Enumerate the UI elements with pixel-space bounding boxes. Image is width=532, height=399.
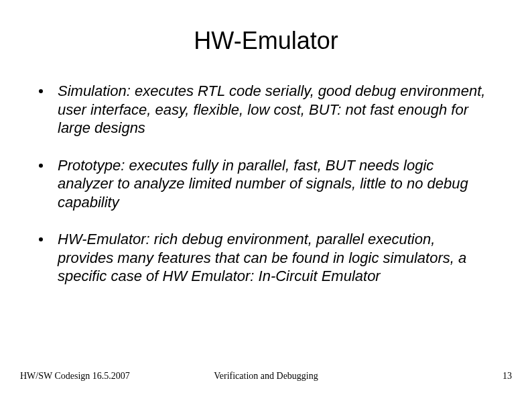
bullet-text: Prototype: executes fully in parallel, f… (58, 156, 493, 212)
list-item: Prototype: executes fully in parallel, f… (39, 156, 493, 212)
footer-page-number: 13 (503, 371, 512, 382)
footer-left: HW/SW Codesign 16.5.2007 (20, 371, 130, 382)
bullet-text: Simulation: executes RTL code serially, … (58, 82, 493, 137)
bullet-text: HW-Emulator: rich debug environment, par… (58, 230, 493, 286)
list-item: Simulation: executes RTL code serially, … (39, 82, 493, 137)
bullet-icon (39, 89, 43, 93)
footer-center: Verification and Debugging (214, 371, 318, 382)
slide-content: Simulation: executes RTL code serially, … (20, 82, 512, 286)
list-item: HW-Emulator: rich debug environment, par… (39, 230, 493, 286)
bullet-icon (39, 237, 43, 241)
bullet-icon (39, 164, 43, 168)
slide-title: HW-Emulator (20, 27, 512, 55)
slide-footer: HW/SW Codesign 16.5.2007 Verification an… (20, 371, 512, 382)
